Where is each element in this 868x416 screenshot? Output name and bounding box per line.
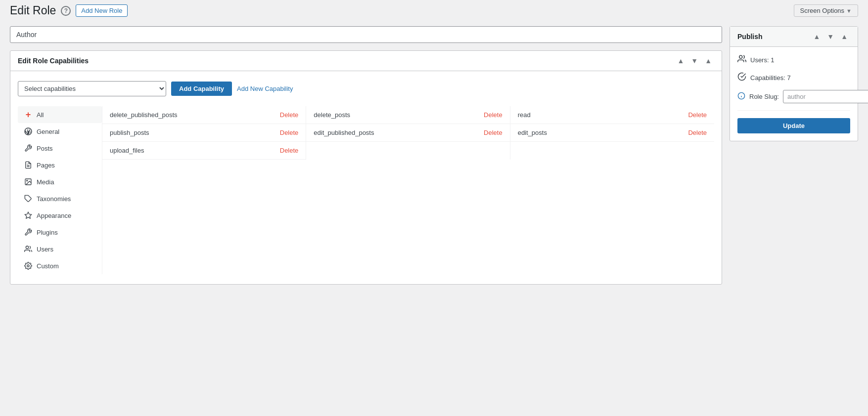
panel-controls: ▲ ▼ ▲	[675, 56, 714, 66]
category-sidebar: + All General	[18, 106, 102, 274]
capability-cell-empty-3	[510, 142, 714, 160]
category-item-general[interactable]: General	[18, 123, 102, 140]
page-title: Edit Role	[10, 4, 56, 17]
users-icon	[24, 245, 33, 253]
publish-minimize-button[interactable]: ▲	[838, 32, 850, 42]
media-icon	[24, 177, 33, 186]
cap-name-edit-published-posts: edit_published_posts	[314, 129, 374, 136]
svg-point-8	[739, 55, 742, 58]
category-item-custom[interactable]: Custom	[18, 257, 102, 274]
category-label-general: General	[37, 128, 59, 135]
panel-collapse-down-button[interactable]: ▼	[688, 56, 700, 66]
publish-panel: Publish ▲ ▼ ▲	[730, 26, 858, 141]
category-item-media[interactable]: Media	[18, 173, 102, 190]
cap-name-delete-posts: delete_posts	[314, 111, 350, 119]
content-area: Edit Role Capabilities ▲ ▼ ▲ Select capa…	[10, 26, 722, 285]
publish-panel-controls: ▲ ▼ ▲	[811, 32, 850, 42]
capabilities-count-label: Capabilities: 7	[750, 74, 791, 82]
capabilities-panel: Edit Role Capabilities ▲ ▼ ▲ Select capa…	[10, 50, 722, 285]
help-icon[interactable]: ?	[61, 6, 71, 16]
wrench-icon	[24, 144, 33, 153]
screen-options-label: Screen Options	[800, 7, 845, 14]
publish-header: Publish ▲ ▼ ▲	[730, 27, 858, 47]
capabilities-grid: delete_published_posts Delete delete_pos…	[102, 106, 714, 160]
role-slug-label: Role Slug:	[749, 93, 779, 100]
delete-link-delete-published-posts[interactable]: Delete	[280, 111, 299, 119]
role-slug-row: Role Slug:	[737, 90, 850, 103]
screen-options-chevron-icon: ▼	[846, 8, 852, 14]
all-icon: +	[24, 110, 33, 119]
svg-point-6	[26, 246, 28, 249]
category-item-posts[interactable]: Posts	[18, 140, 102, 157]
capability-cell-edit-posts: edit_posts Delete	[510, 124, 714, 142]
publish-divider	[737, 110, 850, 111]
users-count-label: Users: 1	[750, 56, 774, 64]
gear-icon	[24, 261, 33, 270]
capability-cell-delete-published-posts: delete_published_posts Delete	[102, 106, 306, 124]
category-item-pages[interactable]: Pages	[18, 157, 102, 173]
cap-name-upload-files: upload_files	[110, 147, 144, 154]
category-item-users[interactable]: Users	[18, 241, 102, 257]
publish-title: Publish	[737, 33, 763, 41]
role-name-input[interactable]	[10, 26, 722, 43]
update-button[interactable]: Update	[737, 118, 850, 133]
capabilities-info-row: Capabilities: 7	[737, 72, 850, 83]
role-slug-info-icon	[737, 92, 745, 101]
add-new-capability-link[interactable]: Add New Capability	[237, 85, 293, 92]
category-item-appearance[interactable]: Appearance	[18, 207, 102, 224]
svg-point-7	[27, 265, 29, 267]
pages-icon	[24, 161, 33, 169]
capability-cell-read: read Delete	[510, 106, 714, 124]
category-label-pages: Pages	[37, 162, 55, 169]
cap-name-read: read	[518, 111, 531, 119]
publish-body: Users: 1 Capabilities: 7	[730, 47, 858, 141]
add-capability-row: Select capabilities Add Capability Add N…	[18, 81, 714, 96]
category-item-all[interactable]: + All	[18, 106, 102, 123]
panel-title: Edit Role Capabilities	[18, 57, 89, 65]
capability-cell-empty-2	[306, 142, 510, 160]
panel-collapse-up-button[interactable]: ▲	[675, 56, 686, 66]
add-capability-button[interactable]: Add Capability	[171, 82, 232, 96]
category-label-posts: Posts	[37, 145, 53, 152]
panel-body: Select capabilities Add Capability Add N…	[10, 71, 722, 284]
panel-header: Edit Role Capabilities ▲ ▼ ▲	[10, 51, 722, 71]
category-label-media: Media	[37, 178, 54, 186]
category-label-all: All	[37, 111, 44, 119]
publish-collapse-down-button[interactable]: ▼	[824, 32, 836, 42]
page-title-area: Edit Role ? Add New Role	[10, 4, 128, 17]
users-info-icon	[737, 54, 746, 65]
delete-link-read[interactable]: Delete	[688, 111, 707, 119]
capability-cell-delete-posts: delete_posts Delete	[306, 106, 510, 124]
capabilities-info-icon	[737, 72, 746, 83]
cap-name-edit-posts: edit_posts	[518, 129, 547, 136]
role-slug-input[interactable]	[783, 90, 868, 103]
delete-link-edit-published-posts[interactable]: Delete	[484, 129, 503, 136]
capability-select[interactable]: Select capabilities	[18, 81, 166, 96]
delete-link-publish-posts[interactable]: Delete	[280, 129, 299, 136]
users-info-row: Users: 1	[737, 54, 850, 65]
cap-name-delete-published-posts: delete_published_posts	[110, 111, 178, 119]
category-label-appearance: Appearance	[37, 212, 71, 219]
screen-options-button[interactable]: Screen Options ▼	[794, 4, 859, 17]
top-bar: Edit Role ? Add New Role Screen Options …	[0, 0, 868, 21]
add-new-role-button[interactable]: Add New Role	[76, 4, 128, 17]
category-label-plugins: Plugins	[37, 229, 58, 236]
delete-link-delete-posts[interactable]: Delete	[484, 111, 503, 119]
capabilities-table: delete_published_posts Delete delete_pos…	[102, 106, 714, 274]
publish-collapse-up-button[interactable]: ▲	[811, 32, 822, 42]
delete-link-edit-posts[interactable]: Delete	[688, 129, 707, 136]
cap-name-publish-posts: publish_posts	[110, 129, 149, 136]
delete-link-upload-files[interactable]: Delete	[280, 147, 299, 154]
category-label-taxonomies: Taxonomies	[37, 195, 71, 203]
main-layout: Edit Role Capabilities ▲ ▼ ▲ Select capa…	[0, 21, 868, 294]
tag-icon	[24, 194, 33, 203]
panel-minimize-button[interactable]: ▲	[702, 56, 714, 66]
capability-cell-upload-files: upload_files Delete	[102, 142, 306, 160]
category-item-taxonomies[interactable]: Taxonomies	[18, 190, 102, 207]
category-item-plugins[interactable]: Plugins	[18, 224, 102, 241]
capability-cell-edit-published-posts: edit_published_posts Delete	[306, 124, 510, 142]
right-sidebar: Publish ▲ ▼ ▲	[730, 26, 858, 285]
plugins-icon	[24, 228, 33, 237]
capability-cell-publish-posts: publish_posts Delete	[102, 124, 306, 142]
appearance-icon	[24, 211, 33, 220]
